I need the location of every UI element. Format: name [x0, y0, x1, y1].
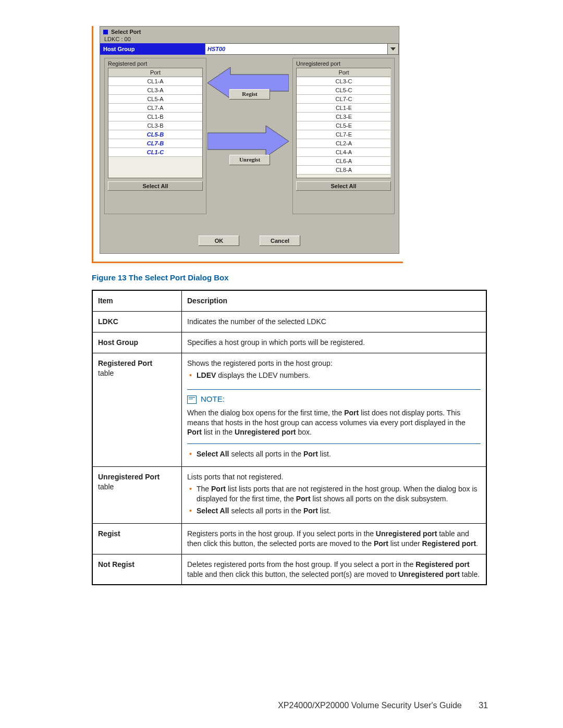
row-notregist-key: Not Regist [92, 554, 182, 585]
table-row[interactable]: CL5-B [108, 130, 202, 139]
description-table: Item Description LDKC Indicates the numb… [92, 290, 487, 585]
page-number: 31 [479, 701, 488, 710]
table-row[interactable]: CL6-A [297, 157, 391, 166]
row-ldkc-val: Indicates the number of the selected LDK… [182, 311, 487, 332]
hostgroup-label: Host Group [100, 43, 205, 55]
figure-caption: Figure 13 The Select Port Dialog Box [92, 273, 229, 282]
table-row[interactable]: CL3-E [297, 113, 391, 121]
scrollbar[interactable] [390, 68, 391, 178]
unregistered-port-list[interactable]: Port CL3-C CL5-C CL7-C CL1-E CL3-E CL5-E… [296, 68, 391, 178]
hostgroup-value: HST00 [207, 46, 225, 52]
row-hostgroup-key: Host Group [92, 332, 182, 353]
svg-marker-1 [207, 126, 289, 157]
col-description: Description [182, 290, 487, 311]
table-row[interactable]: CL4-A [297, 148, 391, 157]
footer-title: XP24000/XP20000 Volume Security User's G… [278, 701, 462, 710]
regist-button[interactable]: Regist [229, 89, 270, 100]
hostgroup-field[interactable]: HST00 [205, 43, 388, 55]
row-unregistered-key: Unregistered Port table [92, 467, 182, 524]
table-row[interactable]: CL8-A [297, 166, 391, 175]
hostgroup-dropdown-button[interactable] [388, 43, 399, 55]
row-registered-key: Registered Port table [92, 353, 182, 467]
dialog-title: Select Port [100, 27, 399, 36]
table-row[interactable]: CL5-C [297, 86, 391, 95]
unregistered-port-header: Port [297, 68, 391, 77]
note-icon [187, 396, 197, 404]
unregistered-port-panel: Unregistered port Port CL3-C CL5-C CL7-C… [292, 58, 395, 214]
row-notregist-val: Deletes registered ports from the host g… [182, 554, 487, 585]
table-row[interactable]: CL3-B [108, 121, 202, 130]
col-item: Item [92, 290, 182, 311]
ok-button[interactable]: OK [199, 236, 239, 246]
row-hostgroup-val: Specifies a host group in which ports wi… [182, 332, 487, 353]
table-row[interactable]: CL1-C [108, 148, 202, 157]
table-row[interactable]: CL1-A [108, 77, 202, 86]
row-regist-val: Registers ports in the host group. If yo… [182, 523, 487, 554]
ldkc-label: LDKC : 00 [100, 36, 399, 43]
title-icon [103, 30, 108, 34]
registered-port-label: Registered port [108, 60, 203, 67]
row-regist-key: Regist [92, 523, 182, 554]
table-row[interactable]: CL1-B [108, 113, 202, 121]
note-heading: NOTE: [201, 394, 225, 404]
unregistered-select-all-button[interactable]: Select All [296, 181, 391, 191]
table-row[interactable]: CL2-A [297, 139, 391, 148]
row-ldkc-key: LDKC [92, 311, 182, 332]
note-block: NOTE: When the dialog box opens for the … [187, 389, 481, 444]
cancel-button[interactable]: Cancel [260, 236, 300, 246]
note-body: When the dialog box opens for the first … [187, 408, 481, 438]
select-port-dialog: Select Port LDKC : 00 Host Group HST00 R… [100, 26, 399, 254]
registered-port-panel: Registered port Port CL1-A CL3-A CL5-A C… [104, 58, 206, 214]
page-footer: XP24000/XP20000 Volume Security User's G… [278, 701, 488, 710]
registered-select-all-button[interactable]: Select All [108, 181, 203, 191]
registered-port-list[interactable]: Port CL1-A CL3-A CL5-A CL7-A CL1-B CL3-B… [108, 68, 203, 178]
table-row[interactable]: CL1-E [297, 104, 391, 113]
dialog-title-text: Select Port [111, 29, 141, 35]
table-row[interactable]: CL7-A [108, 104, 202, 113]
table-row[interactable]: CL7-C [297, 95, 391, 104]
registered-port-header: Port [108, 68, 202, 77]
row-unregistered-val: Lists ports that not registered. The Por… [182, 467, 487, 524]
table-row[interactable]: CL7-E [297, 130, 391, 139]
table-row[interactable]: CL5-A [108, 95, 202, 104]
unregistered-port-label: Unregistered port [296, 60, 391, 67]
row-registered-val: Shows the registered ports in the host g… [182, 353, 487, 467]
chevron-down-icon [390, 47, 396, 51]
table-row[interactable]: CL5-E [297, 121, 391, 130]
unregist-button[interactable]: Unregist [229, 155, 270, 165]
table-row[interactable]: CL7-B [108, 139, 202, 148]
table-row[interactable]: CL3-A [108, 86, 202, 95]
arrow-right-icon [207, 126, 289, 157]
transfer-controls: Regist Unregist [206, 58, 292, 214]
table-row[interactable]: CL3-C [297, 77, 391, 86]
select-port-dialog-figure: Select Port LDKC : 00 Host Group HST00 R… [92, 26, 403, 263]
